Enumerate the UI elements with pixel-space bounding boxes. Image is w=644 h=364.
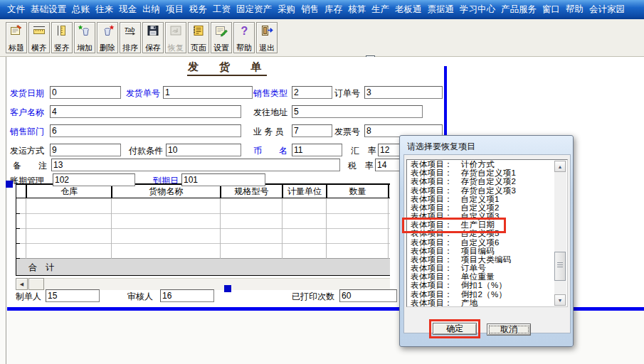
ship-method-input[interactable] [50, 144, 121, 156]
scroll-thumb[interactable] [28, 278, 44, 290]
menu-item[interactable]: 固定资产 [236, 4, 272, 16]
menu-item[interactable]: 往来 [95, 4, 113, 16]
total-label: 合 计 [28, 262, 54, 274]
restore-list-item[interactable]: 表体项目： 自定义项1 [407, 195, 567, 203]
menu-item[interactable]: 库存 [324, 4, 342, 16]
highlight-box-production-date [402, 218, 506, 233]
page-icon [191, 24, 206, 37]
menu-item[interactable]: 票据通 [428, 4, 455, 16]
scroll-left-button[interactable]: ◀ [16, 278, 28, 290]
menu-item[interactable]: 老板通 [395, 4, 422, 16]
table-header-cell: 规格型号 [221, 185, 282, 198]
scroll-thumb[interactable] [554, 252, 566, 281]
customer-input[interactable] [50, 105, 241, 118]
scroll-up-button[interactable]: ▲ [554, 161, 566, 172]
customer-label: 客户名称 [10, 107, 44, 117]
toolbar-button-delete[interactable]: 删除 [97, 22, 118, 53]
menu-item[interactable]: 核算 [348, 4, 366, 16]
toolbar-button-label: 帮助 [236, 44, 252, 52]
credit-input[interactable] [53, 173, 135, 186]
menu-item[interactable]: 会计家园 [589, 4, 625, 16]
selection-handle[interactable] [6, 181, 13, 188]
toolbar-button-add[interactable]: 增加 [74, 22, 95, 53]
memo-input[interactable] [51, 159, 340, 171]
menu-item[interactable]: 项目 [166, 4, 184, 16]
print-count-label: 已打印次数 [292, 291, 334, 301]
toolbar-button-page[interactable]: 页面 [188, 22, 209, 53]
restore-list-item[interactable]: 表体项目： 计价方式 [407, 160, 567, 168]
restore-list-item[interactable]: 表体项目： 项目大类编码 [407, 255, 567, 264]
toolbar-button-label: 恢复 [168, 44, 184, 52]
order-no-label: 订单号 [334, 88, 360, 98]
restore-list-item[interactable]: 表体项目： 项目编码 [407, 247, 567, 255]
row-line [16, 228, 390, 229]
menu-item[interactable]: 基础设置 [31, 4, 66, 16]
due-date-input[interactable] [181, 173, 265, 186]
menu-item[interactable]: 文件 [7, 4, 25, 16]
toolbar-button-label: 竖齐 [54, 44, 70, 52]
left-arrow-icon: ◀ [20, 282, 23, 287]
ship-no-input[interactable] [163, 86, 253, 99]
auditor-input[interactable] [160, 289, 214, 302]
toolbar-button-settings[interactable]: 设置 [211, 22, 232, 53]
table-horizontal-scrollbar[interactable] [16, 278, 390, 290]
address-input[interactable] [292, 105, 423, 118]
maker-label: 制单人 [16, 291, 41, 301]
toolbar-button-exit[interactable]: 退出 [256, 22, 278, 53]
scroll-down-button[interactable]: ▼ [554, 294, 566, 306]
restore-list-item[interactable]: 表体项目： 单位重量 [407, 272, 567, 281]
toolbar-button-align-horizontal[interactable]: 横齐 [28, 22, 50, 53]
restore-list[interactable]: 表体项目： 计价方式 表体项目： 存货自定义项1 表体项目： 存货自定义项2 表… [406, 159, 568, 307]
pay-terms-input[interactable] [166, 144, 241, 156]
maker-input[interactable] [46, 289, 100, 302]
restore-list-item[interactable]: 表体项目： 自定义项6 [407, 238, 567, 247]
menu-item[interactable]: 出纳 [142, 4, 160, 16]
cancel-button[interactable]: 取消 [487, 323, 531, 336]
list-vertical-scrollbar[interactable]: ▲ ▼ [554, 161, 566, 306]
toolbar-button-help[interactable]: ? 帮助 [233, 22, 255, 53]
restore-list-item[interactable]: 表体项目： 自定义项2 [407, 203, 567, 212]
form-title: 发 货 单 [187, 60, 267, 76]
ship-date-input[interactable] [50, 86, 121, 99]
salesman-input[interactable] [292, 124, 332, 137]
selection-handle[interactable] [224, 285, 231, 292]
menu-item[interactable]: 税务 [189, 4, 207, 16]
menu-item[interactable]: 采购 [278, 4, 295, 16]
row-tick [16, 228, 20, 229]
exit-icon [260, 24, 274, 37]
toolbar-button-align-vertical[interactable]: 竖齐 [51, 22, 73, 53]
restore-list-item[interactable]: 表体项目： 倒扣1（%） [407, 281, 567, 289]
toolbar-button-title[interactable]: 标题 [6, 22, 27, 53]
dept-input[interactable] [50, 124, 241, 137]
restore-list-item[interactable]: 表体项目： 存货自定义项3 [407, 186, 567, 195]
sale-type-label: 销售类型 [253, 88, 287, 98]
menu-item[interactable]: 生产 [371, 4, 389, 16]
auditor-label: 审核人 [127, 291, 153, 301]
toolbar-button-label: 删除 [100, 44, 115, 52]
table-header-bottom-border [16, 198, 390, 198]
menu-item[interactable]: 帮助 [566, 4, 584, 16]
menu-item[interactable]: 销售 [301, 4, 319, 16]
rate-label: 汇 率 [351, 146, 376, 156]
memo-label: 备 注 [13, 161, 47, 171]
menu-item[interactable]: 总账 [72, 4, 90, 16]
restore-list-item[interactable]: 表体项目： 订单号 [407, 264, 567, 272]
restore-list-item[interactable]: 表体项目： 存货自定义项2 [407, 177, 567, 186]
menu-item[interactable]: 现金 [119, 4, 137, 16]
menu-item[interactable]: 学习中心 [460, 4, 495, 16]
toolbar-button-save[interactable]: 保存 [142, 22, 164, 53]
restore-list-item[interactable]: 表体项目： 产地 [407, 299, 567, 307]
order-no-input[interactable] [364, 86, 443, 99]
menu-item[interactable]: 工资 [213, 4, 231, 16]
restore-list-item[interactable]: 表体项目： 倒扣2（%） [407, 290, 567, 299]
menu-item[interactable]: 窗口 [542, 4, 560, 16]
toolbar-button-restore: 恢复 [165, 22, 186, 53]
help-icon: ? [237, 24, 251, 37]
currency-input[interactable] [292, 144, 342, 156]
sale-type-input[interactable] [292, 86, 332, 99]
menu-item[interactable]: 产品服务 [501, 4, 537, 16]
toolbar-button-sort[interactable]: Tab 排序 [120, 22, 141, 53]
restore-list-item[interactable]: 表体项目： 存货自定义项1 [407, 168, 567, 177]
print-count-input[interactable] [339, 289, 397, 302]
invoice-no-label: 发票号 [334, 127, 360, 136]
